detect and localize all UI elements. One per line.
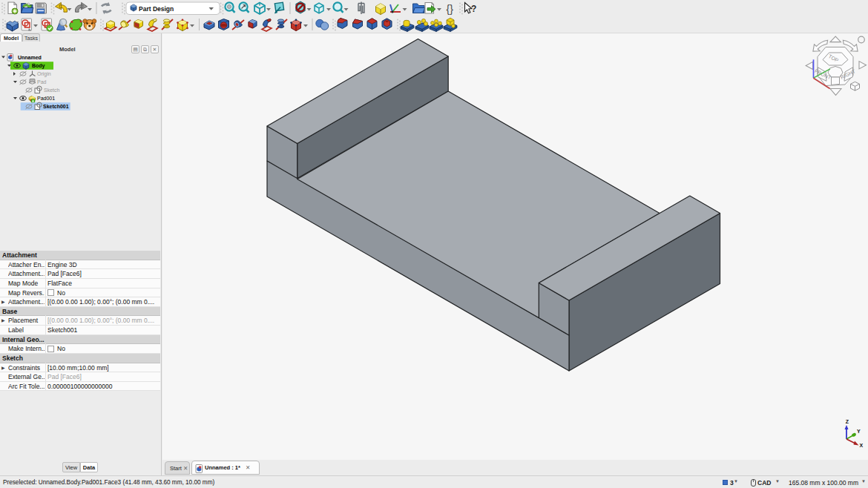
- svg-text:Z: Z: [846, 419, 849, 424]
- svg-text:X: X: [860, 443, 864, 448]
- svg-text:Y: Y: [857, 429, 861, 434]
- svg-text:{}: {}: [447, 3, 454, 15]
- svg-text:Pad001: Pad001: [37, 96, 55, 101]
- svg-text:Origin: Origin: [37, 71, 51, 77]
- svg-text:Pad: Pad: [37, 79, 47, 85]
- svg-text:Sketch001: Sketch001: [43, 104, 69, 109]
- svg-text:?: ?: [471, 4, 476, 14]
- svg-text:Part Design: Part Design: [139, 5, 174, 13]
- svg-text:Body: Body: [32, 63, 45, 69]
- svg-text:Unnamed: Unnamed: [18, 55, 42, 60]
- svg-text:Sketch: Sketch: [44, 88, 60, 93]
